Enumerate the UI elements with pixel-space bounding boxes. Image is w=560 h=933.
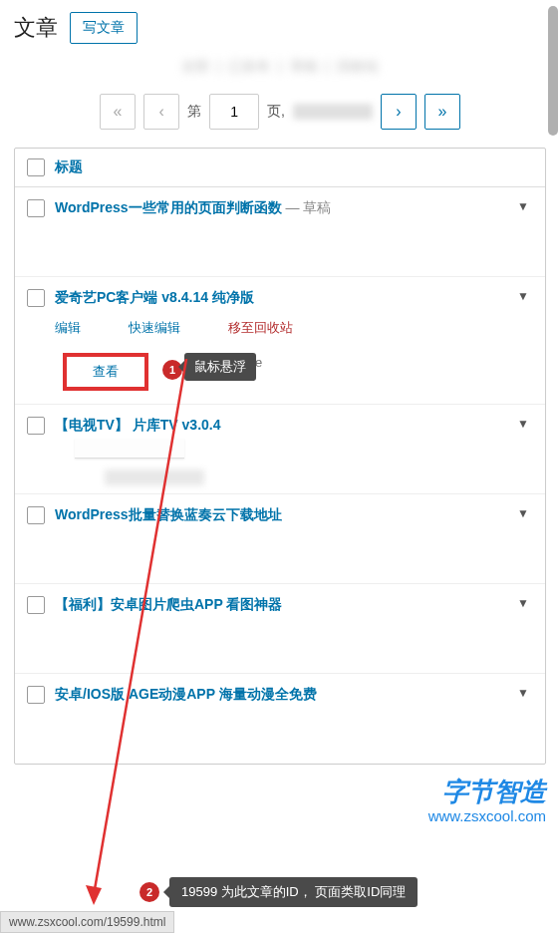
view-link[interactable]: 查看 <box>63 353 148 391</box>
row-card-edge <box>75 439 184 459</box>
page-next-button[interactable]: › <box>381 94 417 130</box>
page-prefix-label: 第 <box>187 103 201 121</box>
row-checkbox[interactable] <box>27 686 45 704</box>
row-blurred-meta <box>105 469 204 485</box>
page-suffix-label: 页, <box>267 103 285 121</box>
row-expand-button[interactable]: ▼ <box>513 506 533 520</box>
row-checkbox[interactable] <box>27 417 45 435</box>
status-bar-url: www.zsxcool.com/19599.html <box>0 911 174 933</box>
table-row: WordPress一些常用的页面判断函数 — 草稿 ▼ <box>15 187 545 277</box>
column-title[interactable]: 标题 <box>55 158 83 176</box>
post-title-link[interactable]: WordPress批量替换蓝奏云下载地址 <box>55 506 503 524</box>
select-all-checkbox[interactable] <box>27 158 45 176</box>
write-post-button[interactable]: 写文章 <box>70 12 138 44</box>
post-title-link[interactable]: 【福利】安卓图片爬虫APP 看图神器 <box>55 596 503 614</box>
table-row: 【电视TV】 片库TV v3.0.4 ▼ <box>15 405 545 494</box>
svg-marker-1 <box>86 885 102 905</box>
row-expand-button[interactable]: ▼ <box>513 199 533 213</box>
row-expand-button[interactable]: ▼ <box>513 417 533 431</box>
post-title-link[interactable]: 【电视TV】 片库TV v3.0.4 <box>55 417 503 435</box>
page-number-input[interactable] <box>209 94 259 130</box>
row-expand-button[interactable]: ▼ <box>513 289 533 303</box>
page-prev-button[interactable]: ‹ <box>143 94 179 130</box>
row-checkbox[interactable] <box>27 289 45 307</box>
table-row: 爱奇艺PC客户端 v8.4.14 纯净版 ▼ 编辑 快速编辑 移至回收站 Cle… <box>15 277 545 405</box>
page-title: 文章 <box>14 13 58 43</box>
hover-tooltip: 鼠标悬浮 <box>184 353 256 381</box>
table-row: WordPress批量替换蓝奏云下载地址 ▼ <box>15 494 545 584</box>
page-last-button[interactable]: » <box>424 94 460 130</box>
row-expand-button[interactable]: ▼ <box>513 686 533 700</box>
post-title-link[interactable]: 安卓/IOS版 AGE动漫APP 海量动漫全免费 <box>55 686 503 704</box>
scrollbar[interactable] <box>546 6 560 136</box>
row-checkbox[interactable] <box>27 199 45 217</box>
pagination: « ‹ 第 页, › » <box>14 94 546 130</box>
row-checkbox[interactable] <box>27 596 45 614</box>
table-row: 安卓/IOS版 AGE动漫APP 海量动漫全免费 ▼ <box>15 674 545 764</box>
post-title-link[interactable]: 爱奇艺PC客户端 v8.4.14 纯净版 <box>55 289 503 307</box>
row-checkbox[interactable] <box>27 506 45 524</box>
page-total-blurred <box>293 104 373 120</box>
quick-edit-link[interactable]: 快速编辑 <box>129 319 180 337</box>
edit-link[interactable]: 编辑 <box>55 319 81 337</box>
post-title-link[interactable]: WordPress一些常用的页面判断函数 — 草稿 <box>55 199 503 217</box>
subnav: 全部 | 已发布 | 草稿 | 回收站 <box>14 54 546 86</box>
page-first-button[interactable]: « <box>100 94 136 130</box>
id-explain-tooltip: 19599 为此文章的ID， 页面类取ID同理 <box>169 877 418 907</box>
watermark: 字节智造 www.zsxcool.com <box>428 777 546 825</box>
row-expand-button[interactable]: ▼ <box>513 596 533 610</box>
table-row: 【福利】安卓图片爬虫APP 看图神器 ▼ <box>15 584 545 674</box>
table-header: 标题 <box>15 149 545 187</box>
trash-link[interactable]: 移至回收站 <box>228 319 293 337</box>
posts-table: 标题 WordPress一些常用的页面判断函数 — 草稿 ▼ 爱奇艺PC客户端 … <box>14 148 546 765</box>
annotation-badge-2: 2 <box>140 882 159 902</box>
